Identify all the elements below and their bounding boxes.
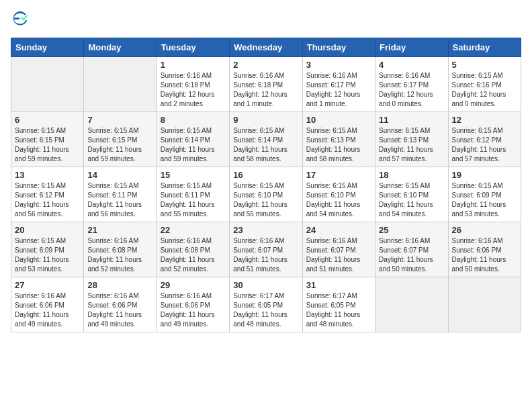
day-number: 12 — [452, 115, 517, 125]
day-number: 11 — [379, 115, 444, 125]
calendar-cell: 3 Sunrise: 6:16 AM Sunset: 6:17 PM Dayli… — [302, 57, 375, 112]
daylight-label: Daylight: 11 hours and 58 minutes. — [306, 146, 361, 163]
calendar-week-row: 1 Sunrise: 6:16 AM Sunset: 6:18 PM Dayli… — [11, 57, 521, 112]
sunrise-label: Sunrise: 6:15 AM — [452, 182, 503, 189]
sunset-label: Sunset: 6:16 PM — [452, 81, 502, 89]
sunset-label: Sunset: 6:15 PM — [15, 136, 64, 144]
sunrise-label: Sunrise: 6:15 AM — [15, 127, 66, 134]
sunrise-label: Sunrise: 6:15 AM — [233, 182, 284, 189]
sunrise-label: Sunrise: 6:15 AM — [15, 237, 66, 244]
calendar-cell: 4 Sunrise: 6:16 AM Sunset: 6:17 PM Dayli… — [375, 57, 448, 112]
day-info: Sunrise: 6:15 AM Sunset: 6:14 PM Dayligh… — [161, 126, 226, 164]
day-number: 26 — [452, 225, 517, 235]
sunset-label: Sunset: 6:14 PM — [161, 136, 210, 144]
day-info: Sunrise: 6:16 AM Sunset: 6:06 PM Dayligh… — [15, 291, 80, 329]
weekday-header: Tuesday — [157, 38, 229, 57]
day-info: Sunrise: 6:17 AM Sunset: 6:05 PM Dayligh… — [233, 291, 298, 329]
calendar-cell: 17 Sunrise: 6:15 AM Sunset: 6:10 PM Dayl… — [302, 167, 375, 222]
sunrise-label: Sunrise: 6:15 AM — [306, 182, 357, 189]
day-number: 5 — [452, 60, 517, 70]
daylight-label: Daylight: 11 hours and 48 minutes. — [233, 311, 287, 328]
weekday-header: Saturday — [448, 38, 521, 57]
day-number: 19 — [452, 170, 517, 180]
day-info: Sunrise: 6:16 AM Sunset: 6:07 PM Dayligh… — [233, 236, 298, 274]
day-info: Sunrise: 6:16 AM Sunset: 6:06 PM Dayligh… — [452, 236, 517, 274]
sunset-label: Sunset: 6:05 PM — [233, 302, 283, 309]
calendar-cell: 7 Sunrise: 6:15 AM Sunset: 6:15 PM Dayli… — [84, 112, 157, 167]
calendar-cell: 16 Sunrise: 6:15 AM Sunset: 6:10 PM Dayl… — [230, 167, 302, 222]
day-info: Sunrise: 6:16 AM Sunset: 6:07 PM Dayligh… — [306, 236, 371, 274]
sunset-label: Sunset: 6:15 PM — [87, 136, 137, 144]
sunrise-label: Sunrise: 6:16 AM — [379, 72, 430, 79]
calendar-cell: 28 Sunrise: 6:16 AM Sunset: 6:06 PM Dayl… — [84, 277, 157, 332]
day-number: 22 — [161, 225, 226, 235]
daylight-label: Daylight: 12 hours and 0 minutes. — [379, 91, 433, 107]
sunrise-label: Sunrise: 6:15 AM — [306, 127, 357, 134]
weekday-header: Sunday — [11, 38, 84, 57]
day-number: 8 — [161, 115, 226, 125]
sunset-label: Sunset: 6:06 PM — [15, 302, 64, 309]
sunrise-label: Sunrise: 6:16 AM — [306, 237, 357, 244]
day-info: Sunrise: 6:15 AM Sunset: 6:10 PM Dayligh… — [233, 181, 298, 219]
daylight-label: Daylight: 11 hours and 55 minutes. — [161, 201, 215, 218]
calendar-cell: 2 Sunrise: 6:16 AM Sunset: 6:18 PM Dayli… — [230, 57, 302, 112]
daylight-label: Daylight: 11 hours and 59 minutes. — [87, 146, 142, 163]
sunset-label: Sunset: 6:10 PM — [379, 191, 429, 199]
day-info: Sunrise: 6:15 AM Sunset: 6:10 PM Dayligh… — [306, 181, 371, 219]
calendar-cell: 8 Sunrise: 6:15 AM Sunset: 6:14 PM Dayli… — [157, 112, 229, 167]
day-info: Sunrise: 6:15 AM Sunset: 6:09 PM Dayligh… — [15, 236, 80, 274]
daylight-label: Daylight: 11 hours and 51 minutes. — [306, 256, 361, 273]
calendar-cell: 5 Sunrise: 6:15 AM Sunset: 6:16 PM Dayli… — [448, 57, 521, 112]
sunset-label: Sunset: 6:09 PM — [15, 246, 64, 254]
calendar-week-row: 27 Sunrise: 6:16 AM Sunset: 6:06 PM Dayl… — [11, 277, 521, 332]
sunset-label: Sunset: 6:10 PM — [233, 191, 283, 199]
daylight-label: Daylight: 11 hours and 49 minutes. — [15, 311, 69, 328]
calendar-cell: 27 Sunrise: 6:16 AM Sunset: 6:06 PM Dayl… — [11, 277, 84, 332]
daylight-label: Daylight: 11 hours and 57 minutes. — [379, 146, 433, 163]
sunrise-label: Sunrise: 6:16 AM — [15, 292, 66, 300]
calendar-table: SundayMondayTuesdayWednesdayThursdayFrid… — [11, 38, 521, 332]
calendar-cell — [84, 57, 157, 112]
calendar-cell: 14 Sunrise: 6:15 AM Sunset: 6:11 PM Dayl… — [84, 167, 157, 222]
day-info: Sunrise: 6:15 AM Sunset: 6:12 PM Dayligh… — [15, 181, 80, 219]
logo-icon — [11, 11, 30, 30]
day-info: Sunrise: 6:15 AM Sunset: 6:14 PM Dayligh… — [233, 126, 298, 164]
day-number: 13 — [15, 170, 80, 180]
day-number: 10 — [306, 115, 371, 125]
day-info: Sunrise: 6:15 AM Sunset: 6:13 PM Dayligh… — [379, 126, 444, 164]
sunrise-label: Sunrise: 6:16 AM — [87, 237, 138, 244]
daylight-label: Daylight: 11 hours and 50 minutes. — [379, 256, 433, 273]
sunset-label: Sunset: 6:11 PM — [161, 191, 210, 199]
day-number: 21 — [87, 225, 152, 235]
daylight-label: Daylight: 12 hours and 0 minutes. — [452, 91, 506, 107]
calendar-cell: 11 Sunrise: 6:15 AM Sunset: 6:13 PM Dayl… — [375, 112, 448, 167]
day-info: Sunrise: 6:15 AM Sunset: 6:15 PM Dayligh… — [15, 126, 80, 164]
calendar-cell — [11, 57, 84, 112]
day-info: Sunrise: 6:16 AM Sunset: 6:17 PM Dayligh… — [379, 71, 444, 109]
day-number: 18 — [379, 170, 444, 180]
day-number: 28 — [87, 280, 152, 290]
daylight-label: Daylight: 11 hours and 59 minutes. — [161, 146, 215, 163]
calendar-cell: 21 Sunrise: 6:16 AM Sunset: 6:08 PM Dayl… — [84, 222, 157, 277]
calendar-week-row: 6 Sunrise: 6:15 AM Sunset: 6:15 PM Dayli… — [11, 112, 521, 167]
sunrise-label: Sunrise: 6:16 AM — [161, 292, 212, 300]
sunset-label: Sunset: 6:10 PM — [306, 191, 356, 199]
day-info: Sunrise: 6:17 AM Sunset: 6:05 PM Dayligh… — [306, 291, 371, 329]
sunrise-label: Sunrise: 6:15 AM — [379, 182, 430, 189]
day-number: 17 — [306, 170, 371, 180]
daylight-label: Daylight: 11 hours and 54 minutes. — [379, 201, 433, 218]
calendar-cell — [375, 277, 448, 332]
sunset-label: Sunset: 6:06 PM — [87, 302, 137, 309]
day-info: Sunrise: 6:15 AM Sunset: 6:12 PM Dayligh… — [452, 126, 517, 164]
weekday-header: Wednesday — [230, 38, 302, 57]
calendar-cell: 20 Sunrise: 6:15 AM Sunset: 6:09 PM Dayl… — [11, 222, 84, 277]
calendar-cell: 24 Sunrise: 6:16 AM Sunset: 6:07 PM Dayl… — [302, 222, 375, 277]
daylight-label: Daylight: 11 hours and 49 minutes. — [161, 311, 215, 328]
header-row: SundayMondayTuesdayWednesdayThursdayFrid… — [11, 38, 521, 57]
calendar-cell: 18 Sunrise: 6:15 AM Sunset: 6:10 PM Dayl… — [375, 167, 448, 222]
calendar-cell: 30 Sunrise: 6:17 AM Sunset: 6:05 PM Dayl… — [230, 277, 302, 332]
calendar-cell: 25 Sunrise: 6:16 AM Sunset: 6:07 PM Dayl… — [375, 222, 448, 277]
calendar-cell — [448, 277, 521, 332]
sunset-label: Sunset: 6:18 PM — [161, 81, 210, 89]
daylight-label: Daylight: 11 hours and 48 minutes. — [306, 311, 361, 328]
